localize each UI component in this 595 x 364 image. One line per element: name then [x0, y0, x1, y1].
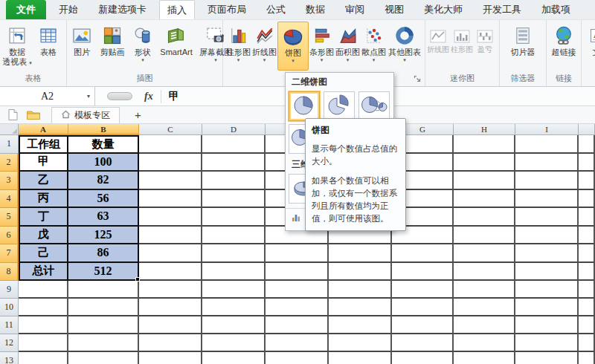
cell-E8[interactable] [266, 263, 329, 282]
cell-A11[interactable] [19, 316, 68, 334]
cell-B4[interactable]: 56 [68, 190, 139, 209]
cell-E11[interactable] [266, 316, 329, 334]
tab-page-layout[interactable]: 页面布局 [200, 0, 254, 19]
cell-A12[interactable] [19, 334, 68, 352]
column-header-A[interactable]: A [19, 124, 68, 135]
cell-D8[interactable] [202, 263, 266, 282]
open-folder-icon[interactable] [26, 109, 41, 120]
cell-B1[interactable]: 数量 [68, 135, 139, 154]
row-header-4[interactable]: 4 [0, 190, 19, 209]
pie-2d-basic-button[interactable] [289, 91, 320, 121]
cell-I1[interactable] [515, 135, 579, 154]
cell-A3[interactable]: 乙 [19, 172, 68, 190]
row-header-9[interactable]: 9 [0, 281, 19, 299]
row-header-7[interactable]: 7 [0, 244, 19, 263]
add-tab-button[interactable]: + [130, 108, 146, 121]
cell-B5[interactable]: 63 [68, 208, 139, 227]
namebox-dropdown-icon[interactable]: ▾ [87, 93, 90, 100]
cell-H3[interactable] [454, 172, 515, 190]
cell-E13[interactable] [266, 352, 329, 364]
cell-B13[interactable] [68, 352, 139, 364]
cell-C4[interactable] [139, 190, 202, 209]
cell-A10[interactable] [19, 299, 68, 316]
cell-J13[interactable] [579, 352, 595, 364]
cell-I6[interactable] [515, 227, 579, 245]
cell-C1[interactable] [139, 135, 202, 154]
sparkline-column-button[interactable]: 柱形图 [450, 26, 474, 69]
cell-A5[interactable]: 丁 [19, 208, 68, 227]
cell-H10[interactable] [454, 299, 515, 316]
cell-G13[interactable] [392, 352, 454, 364]
cell-B2[interactable]: 100 [68, 154, 139, 172]
textbox-button[interactable]: A 文 [582, 22, 595, 71]
cell-B3[interactable]: 82 [68, 172, 139, 190]
cell-D10[interactable] [202, 299, 266, 316]
cell-E12[interactable] [266, 334, 329, 352]
cell-H4[interactable] [454, 190, 515, 209]
column-header-C[interactable]: C [139, 124, 202, 135]
other-charts-button[interactable]: 其他图表 ▾ [387, 22, 422, 71]
column-header-B[interactable]: B [68, 124, 139, 135]
cell-I12[interactable] [515, 334, 579, 352]
cell-D3[interactable] [202, 172, 266, 190]
cell-H11[interactable] [454, 316, 515, 334]
cell-C9[interactable] [139, 281, 202, 299]
cell-C8[interactable] [139, 263, 202, 282]
pie-2d-exploded-button[interactable] [324, 91, 355, 121]
cell-H6[interactable] [454, 227, 515, 245]
cell-G11[interactable] [392, 316, 454, 334]
charts-dialog-launcher-icon[interactable] [414, 75, 422, 83]
cell-D11[interactable] [202, 316, 266, 334]
cell-J9[interactable] [579, 281, 595, 299]
cell-H5[interactable] [454, 208, 515, 227]
tab-data[interactable]: 数据 [298, 0, 332, 19]
cell-H9[interactable] [454, 281, 515, 299]
tab-beautify[interactable]: 美化大师 [416, 0, 470, 19]
scatter-chart-button[interactable]: 散点图 ▾ [361, 22, 387, 71]
column-header-H[interactable]: H [454, 124, 515, 135]
line-chart-button[interactable]: 折线图 ▾ [251, 22, 277, 71]
cell-B11[interactable] [68, 316, 139, 334]
cell-C2[interactable] [139, 154, 202, 172]
cell-A7[interactable]: 己 [19, 244, 68, 263]
winloss-button[interactable]: 盈亏 [474, 26, 496, 69]
cell-G8[interactable] [392, 263, 454, 282]
cell-B8[interactable]: 512 [68, 263, 139, 282]
cell-I4[interactable] [515, 190, 579, 209]
cell-I3[interactable] [515, 172, 579, 190]
cell-D2[interactable] [202, 154, 266, 172]
cell-J5[interactable] [579, 208, 595, 227]
cell-E9[interactable] [266, 281, 329, 299]
cell-I5[interactable] [515, 208, 579, 227]
cell-H8[interactable] [454, 263, 515, 282]
cell-J1[interactable] [579, 135, 595, 154]
cell-H1[interactable] [454, 135, 515, 154]
cell-I11[interactable] [515, 316, 579, 334]
cell-J7[interactable] [579, 244, 595, 263]
cell-C11[interactable] [139, 316, 202, 334]
cell-H13[interactable] [454, 352, 515, 364]
cell-A8[interactable]: 总计 [19, 263, 68, 282]
cell-G7[interactable] [392, 244, 454, 263]
cell-A13[interactable] [19, 352, 68, 364]
tab-addins[interactable]: 加载项 [534, 0, 578, 19]
sheet-tab-template[interactable]: 模板专区 [51, 107, 120, 123]
sparkline-line-button[interactable]: 折线图 [426, 26, 450, 69]
column-header-I[interactable]: I [515, 124, 579, 135]
cell-F12[interactable] [329, 334, 392, 352]
cell-C7[interactable] [139, 244, 202, 263]
cell-C6[interactable] [139, 227, 202, 245]
cell-J2[interactable] [579, 154, 595, 172]
slicer-button[interactable]: 切片器 [506, 22, 539, 71]
cell-D9[interactable] [202, 281, 266, 299]
cell-D5[interactable] [202, 208, 266, 227]
cell-G12[interactable] [392, 334, 454, 352]
cell-I2[interactable] [515, 154, 579, 172]
column-header-D[interactable]: D [202, 124, 266, 135]
row-header-3[interactable]: 3 [0, 172, 19, 190]
cell-F11[interactable] [329, 316, 392, 334]
area-chart-button[interactable]: 面积图 ▾ [335, 22, 361, 71]
row-header-8[interactable]: 8 [0, 263, 19, 282]
cell-C12[interactable] [139, 334, 202, 352]
cell-G9[interactable] [392, 281, 454, 299]
